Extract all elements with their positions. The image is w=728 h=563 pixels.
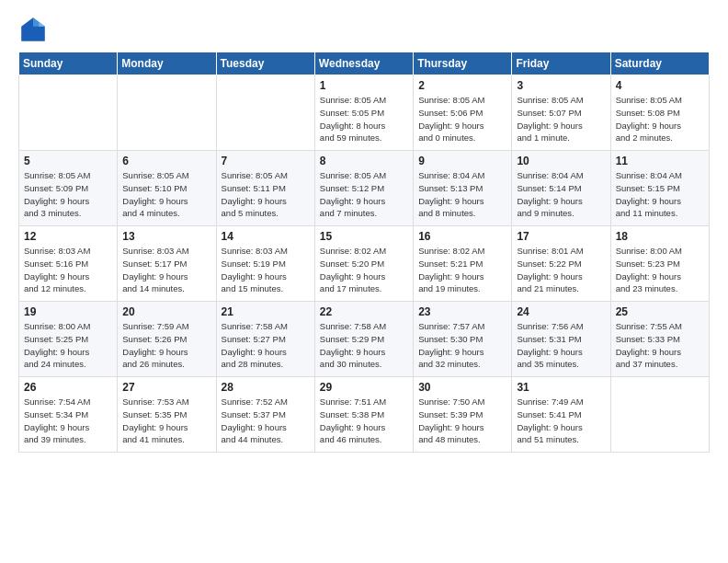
day-number: 10: [517, 155, 605, 167]
day-info: Sunrise: 7:54 AM Sunset: 5:34 PM Dayligh…: [24, 396, 112, 446]
day-info: Sunrise: 8:00 AM Sunset: 5:23 PM Dayligh…: [616, 245, 704, 295]
day-number: 18: [616, 230, 704, 243]
day-info: Sunrise: 8:00 AM Sunset: 5:25 PM Dayligh…: [24, 320, 112, 371]
day-number: 28: [222, 381, 310, 394]
day-number: 17: [517, 230, 605, 243]
day-number: 7: [222, 155, 310, 167]
day-number: 26: [24, 381, 112, 394]
calendar-day-cell: 17Sunrise: 8:01 AM Sunset: 5:22 PM Dayli…: [512, 226, 610, 302]
calendar-day-cell: 9Sunrise: 8:04 AM Sunset: 5:13 PM Daylig…: [414, 151, 512, 226]
header: [18, 15, 710, 44]
day-info: Sunrise: 8:04 AM Sunset: 5:15 PM Dayligh…: [616, 169, 704, 220]
calendar-day-cell: 20Sunrise: 7:59 AM Sunset: 5:26 PM Dayli…: [118, 302, 216, 377]
day-number: 16: [418, 230, 506, 243]
day-info: Sunrise: 7:59 AM Sunset: 5:26 PM Dayligh…: [122, 320, 210, 371]
day-number: 21: [222, 305, 310, 318]
day-number: 8: [320, 155, 408, 167]
calendar-day-cell: 13Sunrise: 8:03 AM Sunset: 5:17 PM Dayli…: [118, 226, 216, 302]
day-info: Sunrise: 8:04 AM Sunset: 5:14 PM Dayligh…: [517, 169, 605, 220]
day-info: Sunrise: 8:03 AM Sunset: 5:17 PM Dayligh…: [122, 245, 210, 295]
day-number: 14: [222, 230, 310, 243]
day-number: 20: [122, 305, 210, 318]
day-number: 22: [320, 305, 408, 318]
calendar-day-cell: 19Sunrise: 8:00 AM Sunset: 5:25 PM Dayli…: [19, 302, 118, 377]
calendar-day-cell: 5Sunrise: 8:05 AM Sunset: 5:09 PM Daylig…: [19, 151, 118, 226]
calendar-day-cell: 3Sunrise: 8:05 AM Sunset: 5:07 PM Daylig…: [512, 75, 610, 151]
day-number: 15: [320, 230, 408, 243]
calendar-day-cell: 23Sunrise: 7:57 AM Sunset: 5:30 PM Dayli…: [414, 302, 512, 377]
calendar-day-cell: 7Sunrise: 8:05 AM Sunset: 5:11 PM Daylig…: [216, 151, 314, 226]
calendar-week-row: 19Sunrise: 8:00 AM Sunset: 5:25 PM Dayli…: [19, 302, 710, 377]
day-info: Sunrise: 8:03 AM Sunset: 5:16 PM Dayligh…: [24, 245, 112, 295]
day-number: 31: [517, 381, 605, 394]
day-number: 4: [616, 79, 704, 92]
day-info: Sunrise: 7:58 AM Sunset: 5:27 PM Dayligh…: [222, 320, 310, 371]
calendar-day-header: Friday: [512, 52, 610, 75]
calendar-header-row: SundayMondayTuesdayWednesdayThursdayFrid…: [19, 52, 710, 75]
day-info: Sunrise: 7:58 AM Sunset: 5:29 PM Dayligh…: [320, 320, 408, 371]
calendar-day-cell: 31Sunrise: 7:49 AM Sunset: 5:41 PM Dayli…: [512, 377, 610, 453]
day-info: Sunrise: 8:05 AM Sunset: 5:10 PM Dayligh…: [122, 169, 210, 220]
day-number: 12: [24, 230, 112, 243]
day-info: Sunrise: 7:50 AM Sunset: 5:39 PM Dayligh…: [418, 396, 506, 446]
day-info: Sunrise: 8:05 AM Sunset: 5:08 PM Dayligh…: [616, 94, 704, 144]
day-number: 3: [517, 79, 605, 92]
day-number: 27: [122, 381, 210, 394]
calendar-day-cell: 25Sunrise: 7:55 AM Sunset: 5:33 PM Dayli…: [610, 302, 709, 377]
day-number: 13: [122, 230, 210, 243]
calendar-day-cell: 8Sunrise: 8:05 AM Sunset: 5:12 PM Daylig…: [314, 151, 413, 226]
day-info: Sunrise: 7:53 AM Sunset: 5:35 PM Dayligh…: [122, 396, 210, 446]
calendar-day-cell: 26Sunrise: 7:54 AM Sunset: 5:34 PM Dayli…: [19, 377, 118, 453]
calendar-day-header: Sunday: [19, 52, 118, 75]
calendar-day-header: Monday: [118, 52, 216, 75]
day-number: 6: [122, 155, 210, 167]
day-info: Sunrise: 7:57 AM Sunset: 5:30 PM Dayligh…: [418, 320, 506, 371]
calendar-day-cell: 15Sunrise: 8:02 AM Sunset: 5:20 PM Dayli…: [314, 226, 413, 302]
calendar-day-cell: 27Sunrise: 7:53 AM Sunset: 5:35 PM Dayli…: [118, 377, 216, 453]
svg-marker-2: [39, 22, 44, 27]
day-info: Sunrise: 8:05 AM Sunset: 5:05 PM Dayligh…: [320, 94, 408, 144]
calendar-day-cell: 10Sunrise: 8:04 AM Sunset: 5:14 PM Dayli…: [512, 151, 610, 226]
calendar-day-cell: 29Sunrise: 7:51 AM Sunset: 5:38 PM Dayli…: [314, 377, 413, 453]
day-info: Sunrise: 7:55 AM Sunset: 5:33 PM Dayligh…: [616, 320, 704, 371]
calendar-day-cell: 11Sunrise: 8:04 AM Sunset: 5:15 PM Dayli…: [610, 151, 709, 226]
day-number: 19: [24, 305, 112, 318]
day-number: 1: [320, 79, 408, 92]
day-info: Sunrise: 8:05 AM Sunset: 5:12 PM Dayligh…: [320, 169, 408, 220]
day-info: Sunrise: 8:02 AM Sunset: 5:21 PM Dayligh…: [418, 245, 506, 295]
calendar-day-cell: 16Sunrise: 8:02 AM Sunset: 5:21 PM Dayli…: [414, 226, 512, 302]
calendar-week-row: 26Sunrise: 7:54 AM Sunset: 5:34 PM Dayli…: [19, 377, 710, 453]
calendar-week-row: 1Sunrise: 8:05 AM Sunset: 5:05 PM Daylig…: [19, 75, 710, 151]
page: SundayMondayTuesdayWednesdayThursdayFrid…: [0, 0, 728, 563]
calendar-day-cell: [216, 75, 314, 151]
calendar-day-header: Saturday: [610, 52, 709, 75]
calendar-day-cell: 2Sunrise: 8:05 AM Sunset: 5:06 PM Daylig…: [414, 75, 512, 151]
day-number: 9: [418, 155, 506, 167]
day-number: 23: [418, 305, 506, 318]
calendar-day-cell: 14Sunrise: 8:03 AM Sunset: 5:19 PM Dayli…: [216, 226, 314, 302]
day-info: Sunrise: 8:01 AM Sunset: 5:22 PM Dayligh…: [517, 245, 605, 295]
calendar-day-cell: 22Sunrise: 7:58 AM Sunset: 5:29 PM Dayli…: [314, 302, 413, 377]
calendar-week-row: 5Sunrise: 8:05 AM Sunset: 5:09 PM Daylig…: [19, 151, 710, 226]
calendar-day-cell: 21Sunrise: 7:58 AM Sunset: 5:27 PM Dayli…: [216, 302, 314, 377]
logo: [18, 15, 51, 44]
day-number: 24: [517, 305, 605, 318]
day-info: Sunrise: 8:05 AM Sunset: 5:11 PM Dayligh…: [222, 169, 310, 220]
calendar-day-header: Thursday: [414, 52, 512, 75]
calendar-day-header: Tuesday: [216, 52, 314, 75]
day-info: Sunrise: 8:04 AM Sunset: 5:13 PM Dayligh…: [418, 169, 506, 220]
calendar-day-header: Wednesday: [314, 52, 413, 75]
logo-icon: [18, 15, 48, 44]
day-info: Sunrise: 7:56 AM Sunset: 5:31 PM Dayligh…: [517, 320, 605, 371]
calendar-day-cell: 30Sunrise: 7:50 AM Sunset: 5:39 PM Dayli…: [414, 377, 512, 453]
calendar-day-cell: 1Sunrise: 8:05 AM Sunset: 5:05 PM Daylig…: [314, 75, 413, 151]
day-number: 2: [418, 79, 506, 92]
day-info: Sunrise: 8:05 AM Sunset: 5:07 PM Dayligh…: [517, 94, 605, 144]
day-info: Sunrise: 8:05 AM Sunset: 5:09 PM Dayligh…: [24, 169, 112, 220]
calendar-day-cell: [610, 377, 709, 453]
day-number: 30: [418, 381, 506, 394]
calendar-day-cell: 24Sunrise: 7:56 AM Sunset: 5:31 PM Dayli…: [512, 302, 610, 377]
calendar-day-cell: 12Sunrise: 8:03 AM Sunset: 5:16 PM Dayli…: [19, 226, 118, 302]
day-number: 5: [24, 155, 112, 167]
day-info: Sunrise: 7:49 AM Sunset: 5:41 PM Dayligh…: [517, 396, 605, 446]
